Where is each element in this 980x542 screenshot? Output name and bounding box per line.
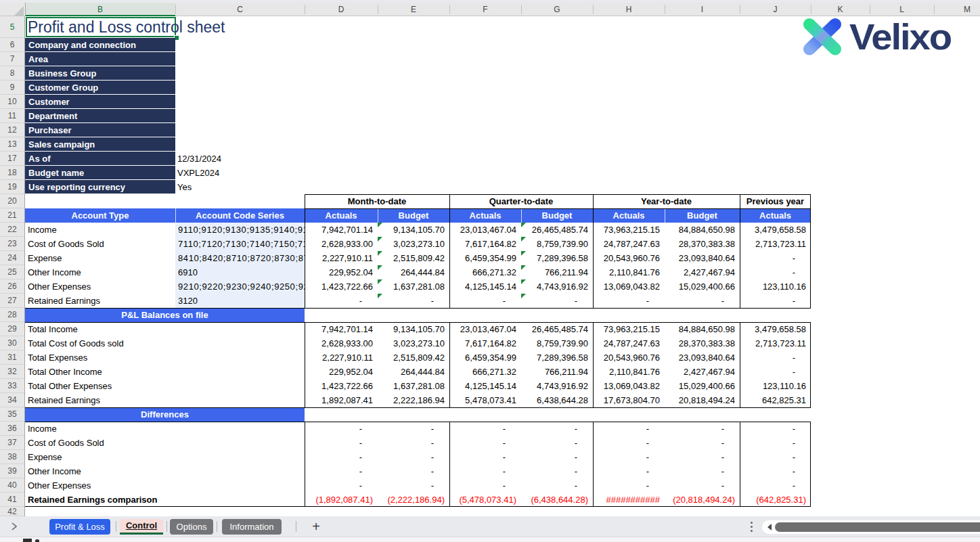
svg-text:Velixo: Velixo <box>849 18 951 55</box>
